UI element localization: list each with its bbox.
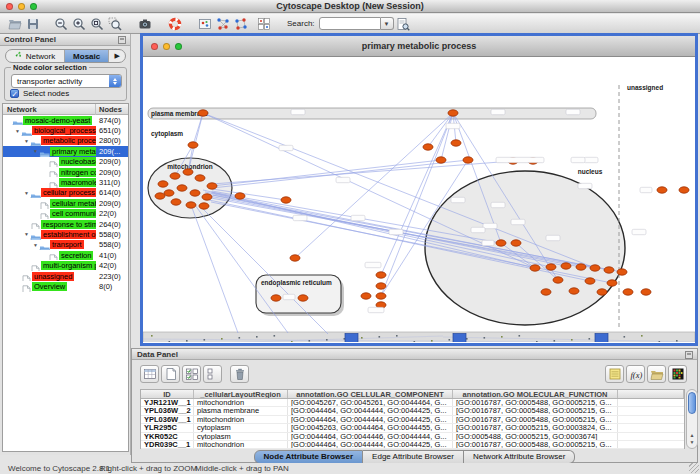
- table-scrollbar[interactable]: ▲▼: [686, 389, 698, 449]
- node-color-dropdown[interactable]: transporter activity: [11, 74, 122, 88]
- import-attributes-icon[interactable]: [647, 365, 666, 383]
- table-row[interactable]: YPL036W__1mitochondrion[GO:0044464, GO:0…: [141, 416, 684, 424]
- scrollbar-thumb[interactable]: [688, 392, 696, 414]
- graph-node[interactable]: [657, 187, 667, 193]
- graph-node[interactable]: [198, 110, 208, 116]
- search-input[interactable]: [319, 17, 381, 30]
- tab-network[interactable]: Network: [6, 50, 65, 62]
- graph-node[interactable]: [202, 194, 212, 200]
- graph-node[interactable]: [436, 157, 446, 163]
- graph-node[interactable]: [585, 278, 595, 284]
- tab-node-attribute-browser[interactable]: Node Attribute Browser: [254, 450, 364, 464]
- layout-nodes-1-icon[interactable]: [214, 15, 232, 32]
- tree-row[interactable]: nitrogen compo209(0): [3, 167, 128, 177]
- graph-node[interactable]: [561, 263, 571, 269]
- tree-row[interactable]: nucleobase-209(0): [3, 157, 128, 167]
- tree-row[interactable]: unassigned223(0): [3, 271, 128, 281]
- graph-node[interactable]: [423, 144, 433, 150]
- graph-node[interactable]: [170, 173, 180, 179]
- snapshot-camera-icon[interactable]: [136, 15, 154, 32]
- graph-node[interactable]: [183, 169, 193, 175]
- graph-node[interactable]: [207, 183, 217, 189]
- float-panel-icon[interactable]: [118, 36, 126, 44]
- expander-icon[interactable]: ▼: [23, 231, 30, 237]
- table-column-header[interactable]: annotation.GO CELLULAR_COMPONENT: [288, 390, 453, 398]
- zoom-fit-icon[interactable]: [88, 15, 106, 32]
- search-options-icon[interactable]: [394, 15, 412, 32]
- graph-node[interactable]: [679, 187, 689, 193]
- select-nodes-checkbox[interactable]: ✓: [10, 89, 19, 98]
- delete-attribute-icon[interactable]: [230, 365, 249, 383]
- scrollbar-arrows-icon[interactable]: ▲▼: [688, 432, 696, 446]
- tree-row[interactable]: ▼biological_process651(0): [3, 125, 128, 135]
- create-view-icon[interactable]: [196, 15, 214, 32]
- float-panel-icon[interactable]: [685, 351, 693, 359]
- overview-viewport-marker[interactable]: [595, 334, 608, 343]
- zoom-window-button[interactable]: [30, 3, 37, 10]
- graph-node[interactable]: [158, 181, 168, 187]
- graph-node[interactable]: [451, 140, 461, 146]
- expander-icon[interactable]: ▼: [14, 128, 21, 134]
- table-row[interactable]: YJR121W__1mitochondrion[GO:0045267, GO:0…: [141, 399, 684, 407]
- tab-mosaic[interactable]: Mosaic: [65, 50, 109, 62]
- expander-icon[interactable]: ▼: [23, 138, 30, 144]
- tree-row[interactable]: cellular metabo209(0): [3, 198, 128, 208]
- graph-node[interactable]: [463, 157, 473, 163]
- graph-node[interactable]: [448, 110, 458, 116]
- overview-viewport-marker[interactable]: [345, 334, 358, 343]
- expander-icon[interactable]: ▼: [23, 190, 30, 196]
- graph-node[interactable]: [186, 202, 196, 208]
- graph-node[interactable]: [641, 289, 651, 295]
- function-builder-icon[interactable]: f(x): [626, 365, 645, 383]
- graph-node[interactable]: [597, 289, 607, 295]
- tree-row[interactable]: response to stimulu264(0): [3, 219, 128, 229]
- graph-node[interactable]: [623, 289, 633, 295]
- table-column-header[interactable]: ID: [141, 390, 194, 398]
- overview-viewport-marker[interactable]: [453, 334, 466, 343]
- frame-zoom-button[interactable]: [175, 43, 182, 50]
- graph-node[interactable]: [569, 288, 579, 294]
- open-file-icon[interactable]: [6, 15, 24, 32]
- search-dropdown-arrow-icon[interactable]: ▼: [381, 17, 394, 30]
- expander-icon[interactable]: ▼: [32, 148, 39, 154]
- graph-node[interactable]: [361, 293, 371, 299]
- zoom-out-icon[interactable]: [52, 15, 70, 32]
- table-row[interactable]: YLR295Ccytoplasm[GO:0045263, GO:0044464,…: [141, 424, 684, 432]
- table-row[interactable]: YPL036W__2plasma membrane[GO:0044464, GO…: [141, 407, 684, 415]
- graph-node[interactable]: [617, 269, 627, 275]
- graph-node[interactable]: [541, 289, 551, 295]
- attribute-editor-icon[interactable]: [605, 365, 624, 383]
- attribute-table[interactable]: ID_cellularLayoutRegionannotation.GO CEL…: [140, 389, 685, 449]
- tree-row[interactable]: Overview8(0): [3, 281, 128, 291]
- graph-node[interactable]: [590, 265, 600, 271]
- graph-node[interactable]: [290, 255, 300, 261]
- tree-row[interactable]: ▼establishment of lo558(0): [3, 229, 128, 239]
- graph-node[interactable]: [553, 277, 563, 283]
- attribute-table-icon[interactable]: [140, 365, 159, 383]
- graph-node[interactable]: [576, 264, 586, 270]
- graph-node[interactable]: [271, 295, 281, 301]
- help-ring-icon[interactable]: [166, 15, 184, 32]
- tree-row[interactable]: secretion41(0): [3, 250, 128, 260]
- graph-node[interactable]: [281, 197, 291, 203]
- graph-node[interactable]: [195, 175, 205, 181]
- graph-node[interactable]: [298, 295, 308, 301]
- heatmap-view-icon[interactable]: [668, 365, 687, 383]
- graph-node[interactable]: [376, 272, 386, 278]
- tree-row[interactable]: multi-organism pro42(0): [3, 260, 128, 270]
- close-window-button[interactable]: [6, 3, 13, 10]
- graph-node[interactable]: [235, 193, 245, 199]
- select-attributes-icon[interactable]: [182, 365, 201, 383]
- tab-network-attribute-browser[interactable]: Network Attribute Browser: [464, 450, 575, 464]
- new-attribute-icon[interactable]: [161, 365, 180, 383]
- graph-node[interactable]: [171, 199, 181, 205]
- tree-row[interactable]: cell communicat22(0): [3, 209, 128, 219]
- frame-close-button[interactable]: [151, 43, 158, 50]
- graph-node[interactable]: [376, 283, 386, 289]
- graph-node[interactable]: [496, 240, 506, 246]
- graph-node[interactable]: [190, 190, 200, 196]
- table-column-header[interactable]: annotation.GO MOLECULAR_FUNCTION: [453, 390, 618, 398]
- network-frame-titlebar[interactable]: primary metabolic process: [143, 36, 695, 57]
- table-column-header[interactable]: _cellularLayoutRegion: [194, 390, 288, 398]
- zoom-in-icon[interactable]: [70, 15, 88, 32]
